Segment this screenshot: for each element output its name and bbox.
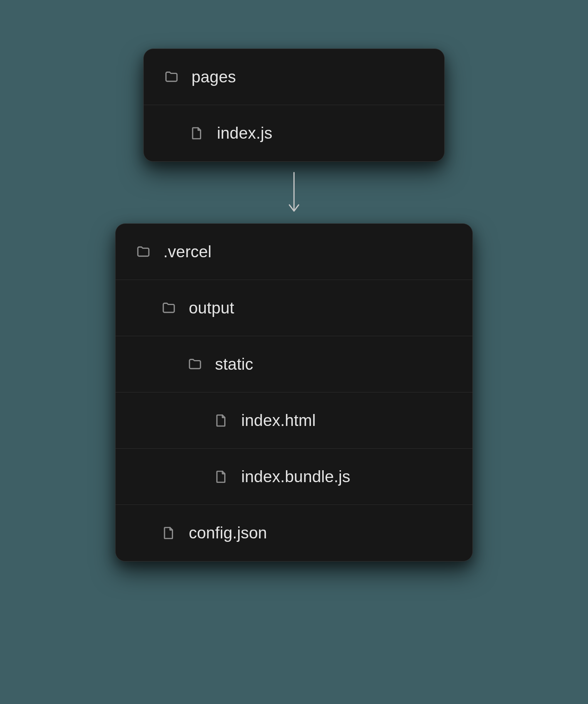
file-icon <box>213 413 229 428</box>
tree-item-file[interactable]: index.bundle.js <box>116 449 472 505</box>
file-icon <box>189 126 205 141</box>
folder-icon <box>164 69 179 85</box>
folder-icon <box>187 357 203 372</box>
tree-item-label: index.js <box>217 124 272 142</box>
tree-item-file[interactable]: config.json <box>116 505 472 561</box>
tree-item-label: index.bundle.js <box>241 468 350 486</box>
arrow-down <box>286 162 302 223</box>
tree-item-label: index.html <box>241 411 316 430</box>
folder-icon <box>136 244 151 260</box>
tree-item-folder[interactable]: static <box>116 336 472 392</box>
tree-item-label: config.json <box>189 524 267 542</box>
source-tree-panel: pages index.js <box>143 49 445 162</box>
file-icon <box>213 469 229 484</box>
tree-item-folder[interactable]: pages <box>144 49 444 105</box>
tree-item-file[interactable]: index.html <box>116 392 472 449</box>
tree-item-label: static <box>215 355 253 374</box>
file-icon <box>161 525 176 541</box>
tree-item-label: output <box>189 299 234 317</box>
output-tree-panel: .vercel output static index.html index.b… <box>115 223 473 562</box>
tree-item-folder[interactable]: output <box>116 280 472 336</box>
folder-icon <box>161 300 176 316</box>
tree-item-label: pages <box>192 68 236 86</box>
tree-item-file[interactable]: index.js <box>144 105 444 161</box>
tree-item-folder[interactable]: .vercel <box>116 224 472 280</box>
tree-item-label: .vercel <box>163 243 212 261</box>
